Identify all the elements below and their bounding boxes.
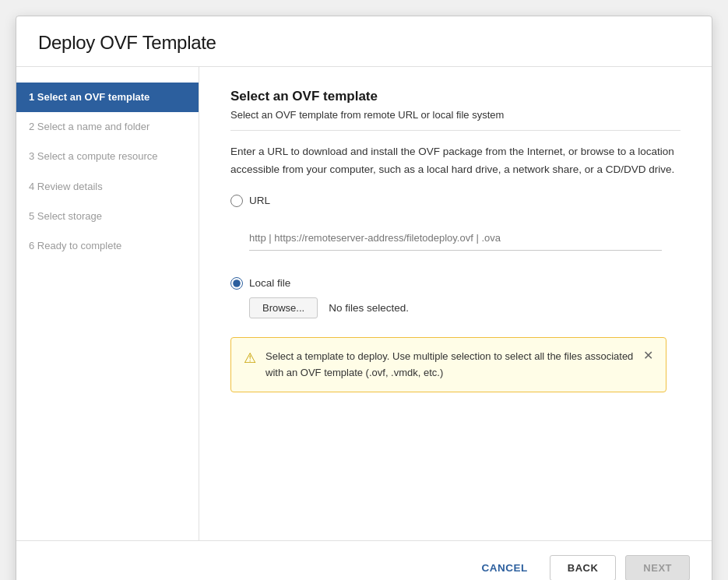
- dialog-footer: CANCEL BACK NEXT: [16, 540, 712, 580]
- local-file-label[interactable]: Local file: [249, 277, 290, 289]
- warning-text: Select a template to deploy. Use multipl…: [266, 349, 634, 381]
- sidebar-item-step4: 4 Review details: [16, 172, 199, 202]
- dialog-title: Deploy OVF Template: [38, 32, 690, 54]
- sidebar: 1 Select an OVF template 2 Select a name…: [16, 67, 199, 540]
- sidebar-item-step1[interactable]: 1 Select an OVF template: [16, 83, 199, 112]
- sidebar-item-step2: 2 Select a name and folder: [16, 112, 199, 142]
- sidebar-item-step6: 6 Ready to complete: [16, 231, 199, 261]
- browse-row: Browse... No files selected.: [249, 297, 681, 318]
- url-input[interactable]: [249, 226, 662, 251]
- local-file-radio[interactable]: [230, 277, 243, 290]
- deploy-ovf-dialog: Deploy OVF Template 1 Select an OVF temp…: [16, 16, 712, 580]
- local-file-option: Local file: [230, 277, 681, 290]
- local-file-section: Local file Browse... No files selected.: [230, 277, 681, 318]
- source-options: URL Local file Browse... No files select…: [230, 195, 681, 318]
- next-button[interactable]: NEXT: [625, 555, 690, 580]
- cancel-button[interactable]: CANCEL: [470, 556, 540, 580]
- back-button[interactable]: BACK: [550, 555, 617, 580]
- sidebar-item-step3: 3 Select a compute resource: [16, 142, 199, 171]
- url-radio-label[interactable]: URL: [249, 195, 270, 206]
- dialog-header: Deploy OVF Template: [16, 16, 712, 67]
- content-description: Enter a URL to download and install the …: [230, 143, 681, 179]
- browse-button[interactable]: Browse...: [249, 297, 318, 318]
- dialog-body: 1 Select an OVF template 2 Select a name…: [16, 67, 712, 540]
- warning-box: ⚠ Select a template to deploy. Use multi…: [230, 337, 666, 393]
- url-radio[interactable]: [230, 195, 243, 207]
- content-subtitle: Select an OVF template from remote URL o…: [230, 109, 681, 131]
- warning-close-button[interactable]: ✕: [643, 350, 653, 362]
- main-content: Select an OVF template Select an OVF tem…: [199, 67, 712, 540]
- url-input-container: [249, 226, 681, 251]
- content-title: Select an OVF template: [230, 89, 681, 104]
- no-files-text: No files selected.: [329, 302, 409, 314]
- warning-icon: ⚠: [244, 350, 256, 367]
- sidebar-item-step5: 5 Select storage: [16, 202, 199, 231]
- url-option: URL: [230, 195, 681, 207]
